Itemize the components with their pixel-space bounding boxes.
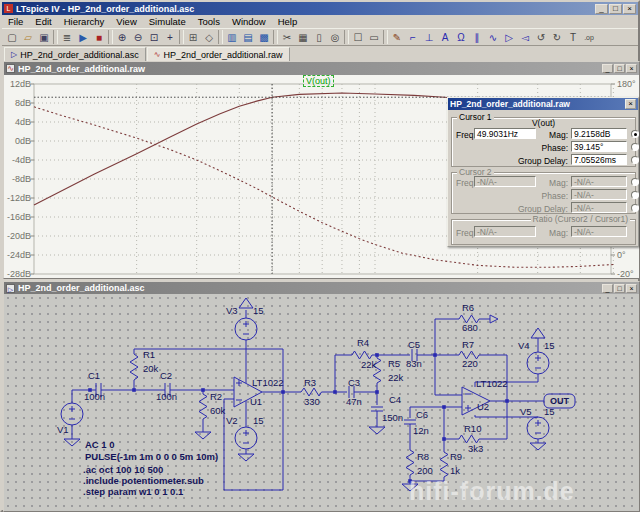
- label-r9-value[interactable]: 1k: [450, 465, 460, 476]
- ratio-freq-field[interactable]: -N/A-: [474, 226, 536, 237]
- label-r2-value[interactable]: 60k: [210, 405, 225, 416]
- spice-directive-ac[interactable]: .ac oct 100 10 500: [83, 464, 163, 475]
- view-netlist-icon[interactable]: ≣: [59, 30, 75, 45]
- undo-icon[interactable]: ↺: [533, 30, 549, 45]
- label-r5[interactable]: R5: [388, 358, 400, 369]
- main-title-bar[interactable]: L LTspice IV - HP_2nd_order_additional.a…: [2, 2, 638, 15]
- place-component-icon[interactable]: ◅: [517, 30, 533, 45]
- y-axis-db-tick[interactable]: -24dB: [7, 250, 31, 260]
- label-c1[interactable]: C1: [88, 370, 100, 381]
- y-axis-db-tick[interactable]: -16dB: [7, 212, 31, 222]
- cursor1-mag-field[interactable]: 9.2158dB: [571, 128, 627, 139]
- redo-icon[interactable]: ↻: [549, 30, 565, 45]
- label-c5[interactable]: C5: [408, 339, 420, 350]
- halt-icon[interactable]: ■: [91, 30, 107, 45]
- label-c4[interactable]: C4: [389, 394, 401, 405]
- cursor1-group-delay-radio[interactable]: [631, 156, 639, 164]
- label-c2-value[interactable]: 100n: [156, 391, 177, 402]
- cursor2-phase-radio[interactable]: [631, 191, 639, 199]
- cascade-windows-icon[interactable]: ▩: [256, 30, 272, 45]
- zoom-full-icon[interactable]: ⊡: [146, 30, 162, 45]
- print-icon[interactable]: ▭: [366, 30, 382, 45]
- menu-hierarchy[interactable]: Hierarchy: [58, 16, 111, 27]
- label-v4-value[interactable]: 15: [544, 340, 555, 351]
- label-r10-value[interactable]: 3k3: [468, 443, 483, 454]
- waveform-close-button[interactable]: ×: [626, 64, 637, 73]
- menu-view[interactable]: View: [110, 16, 142, 27]
- y-axis-phase-tick[interactable]: 0°: [617, 250, 626, 260]
- place-resistor-icon[interactable]: Ω: [453, 30, 469, 45]
- minimize-button[interactable]: _: [595, 4, 608, 14]
- place-diode-icon[interactable]: ▷: [501, 30, 517, 45]
- place-text-icon[interactable]: T: [565, 30, 581, 45]
- y-axis-phase-tick[interactable]: 180°: [617, 79, 636, 89]
- label-c4-value[interactable]: 150n: [382, 412, 403, 423]
- y-axis-phase-tick[interactable]: -20°: [617, 269, 634, 278]
- label-v2-value[interactable]: 15: [253, 415, 264, 426]
- label-r5-value[interactable]: 22k: [388, 372, 403, 383]
- label-c6-value[interactable]: 12n: [413, 425, 429, 436]
- tile-vertical-icon[interactable]: ▥: [224, 30, 240, 45]
- label-v3-value[interactable]: 15: [253, 305, 264, 316]
- label-out-port[interactable]: OUT: [550, 396, 569, 406]
- menu-simulate[interactable]: Simulate: [143, 16, 192, 27]
- label-v3[interactable]: V3: [226, 305, 238, 316]
- place-ground-icon[interactable]: ⊥: [421, 30, 437, 45]
- label-r7[interactable]: R7: [462, 339, 474, 350]
- menu-edit[interactable]: Edit: [29, 16, 57, 27]
- label-r6[interactable]: R6: [462, 302, 474, 313]
- pan-icon[interactable]: +: [162, 30, 178, 45]
- waveform-minimize-button[interactable]: _: [602, 64, 613, 73]
- label-r6-value[interactable]: 680: [462, 322, 478, 333]
- label-v5[interactable]: V5: [520, 406, 532, 417]
- cursor-dialog-title-bar[interactable]: HP_2nd_order_additional.raw ×: [448, 98, 638, 110]
- label-u1-model[interactable]: LT1022: [252, 377, 284, 388]
- label-r1-value[interactable]: 20k: [143, 363, 158, 374]
- cursor-dialog[interactable]: HP_2nd_order_additional.raw × Cursor 1 V…: [447, 97, 639, 247]
- find-icon[interactable]: ◎: [327, 30, 343, 45]
- label-c3[interactable]: C3: [348, 377, 360, 388]
- label-r10[interactable]: R10: [464, 423, 481, 434]
- cursor2-group-delay-field[interactable]: -N/A-: [571, 202, 627, 213]
- label-c1-value[interactable]: 100n: [84, 391, 105, 402]
- print-preview-icon[interactable]: ☐: [350, 30, 366, 45]
- cursor1-freq-field[interactable]: 49.9031Hz: [474, 128, 536, 139]
- cursor1-phase-field[interactable]: 39.145°: [571, 141, 627, 152]
- maximize-button[interactable]: □: [609, 4, 622, 14]
- cursor2-mag-radio[interactable]: [631, 178, 639, 186]
- y-axis-db-tick[interactable]: 4dB: [15, 117, 31, 127]
- label-r3-value[interactable]: 330: [304, 396, 320, 407]
- label-r1[interactable]: R1: [143, 349, 155, 360]
- cursor2-freq-field[interactable]: -N/A-: [474, 176, 536, 187]
- cursor2-phase-field[interactable]: -N/A-: [571, 189, 627, 200]
- place-inductor-icon[interactable]: ∿: [485, 30, 501, 45]
- place-capacitor-icon[interactable]: ∥: [469, 30, 485, 45]
- y-axis-db-tick[interactable]: 12dB: [10, 79, 31, 89]
- cursor-dialog-close-icon[interactable]: ×: [625, 99, 636, 109]
- cursor1-phase-radio[interactable]: [631, 143, 639, 151]
- label-v4[interactable]: V4: [518, 340, 530, 351]
- zoom-in-icon[interactable]: ⊕: [114, 30, 130, 45]
- label-r2[interactable]: R2: [210, 391, 222, 402]
- y-axis-db-tick[interactable]: -20dB: [7, 231, 31, 241]
- cut-icon[interactable]: ✂: [279, 30, 295, 45]
- schematic-canvas[interactable]: V1 AC 1 0 PULSE(-1m 1m 0 0 0 5m 10m) C1 …: [4, 294, 639, 511]
- schematic-minimize-button[interactable]: _: [602, 284, 613, 293]
- label-v1-attr2[interactable]: PULSE(-1m 1m 0 0 0 5m 10m): [85, 451, 218, 462]
- schematic-close-button[interactable]: ×: [626, 284, 637, 293]
- waveform-maximize-button[interactable]: □: [614, 64, 625, 73]
- label-v2[interactable]: V2: [226, 415, 238, 426]
- y-axis-db-tick[interactable]: 8dB: [15, 98, 31, 108]
- close-button[interactable]: ×: [623, 4, 636, 14]
- y-axis-db-tick[interactable]: -28dB: [7, 269, 31, 278]
- cursor2-mag-field[interactable]: -N/A-: [571, 176, 627, 187]
- menu-help[interactable]: Help: [272, 16, 304, 27]
- y-axis-db-tick[interactable]: -4dB: [12, 155, 31, 165]
- label-c5-value[interactable]: 83n: [406, 358, 422, 369]
- schematic-maximize-button[interactable]: □: [614, 284, 625, 293]
- y-axis-db-tick[interactable]: -12dB: [7, 193, 31, 203]
- new-schematic-icon[interactable]: ▢: [4, 30, 20, 45]
- label-r8-value[interactable]: 200: [417, 465, 433, 476]
- ratio-mag-field[interactable]: -N/A-: [571, 226, 627, 237]
- run-icon[interactable]: ▶: [75, 30, 91, 45]
